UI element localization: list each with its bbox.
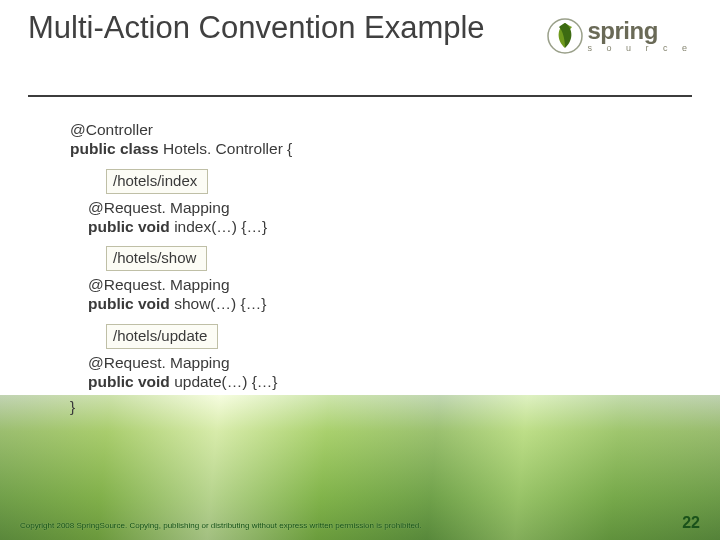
slide: Multi-Action Convention Example spring s… xyxy=(0,0,720,540)
url-box-update: /hotels/update xyxy=(106,324,218,349)
springsource-logo: spring s o u r c e xyxy=(547,18,694,54)
slide-title: Multi-Action Convention Example xyxy=(28,10,485,47)
code-line-ann2: @Request. Mapping xyxy=(88,275,292,294)
copyright-text: Copyright 2008 SpringSource. Copying, pu… xyxy=(20,521,422,530)
code-block: @Controller public class Hotels. Control… xyxy=(70,120,292,417)
logo-sub-text: s o u r c e xyxy=(587,44,693,53)
code-line-classdecl: public class Hotels. Controller { xyxy=(70,139,292,158)
code-line-m2: public void show(…) {…} xyxy=(88,294,292,313)
code-close-brace: } xyxy=(70,397,292,416)
code-line-controller: @Controller xyxy=(70,120,292,139)
code-line-ann1: @Request. Mapping xyxy=(88,198,292,217)
url-box-show: /hotels/show xyxy=(106,246,207,271)
background-grass-image xyxy=(0,395,720,540)
code-line-m1: public void index(…) {…} xyxy=(88,217,292,236)
page-number: 22 xyxy=(682,514,700,532)
title-underline xyxy=(28,95,692,97)
logo-brand-text: spring xyxy=(587,19,694,43)
leaf-icon xyxy=(547,18,583,54)
code-line-m3: public void update(…) {…} xyxy=(88,372,292,391)
url-box-index: /hotels/index xyxy=(106,169,208,194)
code-line-ann3: @Request. Mapping xyxy=(88,353,292,372)
